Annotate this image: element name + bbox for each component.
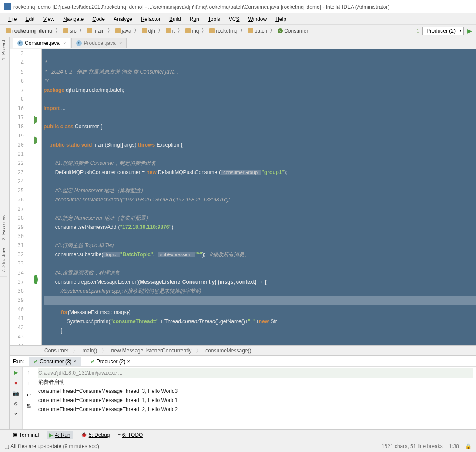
gutter-icons bbox=[34, 49, 41, 345]
crumb-root[interactable]: rocketmq_demo bbox=[4, 27, 54, 34]
run-toolbar-2: ↑ ↓ ↩ 🖶 bbox=[23, 367, 35, 440]
run-gutter-icon[interactable] bbox=[34, 115, 37, 124]
java-class-icon: C bbox=[17, 40, 23, 46]
crumb[interactable]: djh bbox=[140, 27, 157, 34]
folder-icon bbox=[6, 28, 11, 33]
menu-edit[interactable]: Edit bbox=[22, 15, 38, 23]
title-bar: rocketmq_demo [D:\java-test\idea2019\roc… bbox=[0, 0, 476, 13]
crumb[interactable]: main bbox=[85, 27, 107, 34]
status-ok-icon: ✔ bbox=[34, 358, 38, 365]
app-icon bbox=[4, 3, 11, 10]
run-gutter-icon[interactable] bbox=[34, 136, 37, 145]
menu-navigate[interactable]: Navigate bbox=[60, 15, 87, 23]
stop-button[interactable]: ■ bbox=[12, 379, 20, 387]
bc-item[interactable]: main() bbox=[82, 348, 97, 354]
status-lock-icon[interactable]: 🔒 bbox=[465, 443, 472, 449]
run-header: Run: ✔Consumer (3)× ✔Producer (2)× bbox=[10, 356, 476, 367]
tw-run[interactable]: ▶ 4: Run bbox=[47, 431, 73, 439]
run-panel: Run: ✔Consumer (3)× ✔Producer (2)× ▶ ■ 📷… bbox=[10, 356, 476, 440]
rerun-button[interactable]: ▶ bbox=[12, 368, 20, 376]
side-favorites[interactable]: 2: Favorites bbox=[0, 212, 7, 244]
class-icon: c bbox=[278, 28, 283, 33]
menu-run[interactable]: Run bbox=[186, 15, 203, 23]
gutter: 3456781617181920212223242526272829303132… bbox=[10, 49, 42, 345]
tool-window-bar: ▣ Terminal ▶ 4: Run 🐞 5: Debug ≡ 6: TODO bbox=[0, 429, 476, 440]
wrap-button[interactable]: ↩ bbox=[25, 391, 33, 399]
menu-code[interactable]: Code bbox=[89, 15, 108, 23]
breakpoint-icon[interactable] bbox=[34, 275, 38, 284]
window-title: rocketmq_demo [D:\java-test\idea2019\roc… bbox=[13, 4, 389, 10]
run-label: Run: bbox=[13, 358, 24, 365]
close-icon[interactable]: × bbox=[119, 40, 122, 46]
bc-item[interactable]: Consumer bbox=[44, 348, 68, 354]
menu-analyze[interactable]: Analyze bbox=[110, 15, 136, 23]
close-icon[interactable]: × bbox=[63, 40, 66, 46]
side-project[interactable]: 1: Project bbox=[0, 37, 7, 64]
editor-tabs: CConsumer.java× CProducer.java× bbox=[0, 37, 476, 48]
print-button[interactable]: 🖶 bbox=[25, 402, 33, 410]
crumb[interactable]: it bbox=[164, 27, 177, 34]
crumb[interactable]: mq bbox=[184, 27, 201, 34]
menu-build[interactable]: Build bbox=[166, 15, 184, 23]
menu-help[interactable]: Help bbox=[272, 15, 290, 23]
bc-item[interactable]: consumeMessage() bbox=[205, 348, 251, 354]
status-selection: 1621 chars, 51 line breaks bbox=[382, 443, 443, 449]
crumb[interactable]: src bbox=[61, 27, 78, 34]
dump-button[interactable]: 📷 bbox=[12, 389, 20, 397]
code-area[interactable]: * * 2024-6-2 创建 批量消息发送 消费 类 Consumer.jav… bbox=[42, 49, 476, 345]
exit-button[interactable]: ⎋ bbox=[12, 400, 20, 408]
crumb[interactable]: java bbox=[114, 27, 133, 34]
tw-terminal[interactable]: ▣ Terminal bbox=[13, 432, 39, 438]
run-tab-consumer[interactable]: ✔Consumer (3)× bbox=[29, 357, 80, 366]
bc-item[interactable]: new MessageListenerConcurrently bbox=[111, 348, 191, 354]
status-caret: 1:38 bbox=[449, 443, 459, 449]
menu-bar: File Edit View Navigate Code Analyze Ref… bbox=[0, 13, 476, 25]
menu-vcs[interactable]: VCS bbox=[225, 15, 243, 23]
menu-view[interactable]: View bbox=[40, 15, 58, 23]
console-output[interactable]: C:\Java\jdk1.8.0_131\bin\java.exe ... 消费… bbox=[35, 367, 476, 440]
build-icon[interactable]: ⤵ bbox=[416, 28, 419, 34]
left-tool-strip: 1: Project 2: Favorites 7: Structure bbox=[0, 37, 10, 440]
menu-window[interactable]: Window bbox=[245, 15, 270, 23]
menu-tools[interactable]: Tools bbox=[204, 15, 224, 23]
side-structure[interactable]: 7: Structure bbox=[0, 244, 7, 277]
status-bar: ▢ All files are up-to-date (9 minutes ag… bbox=[0, 440, 476, 452]
more-button[interactable]: » bbox=[12, 410, 20, 418]
editor[interactable]: 3456781617181920212223242526272829303132… bbox=[10, 49, 476, 345]
line-numbers: 3456781617181920212223242526272829303132… bbox=[10, 49, 34, 345]
java-class-icon: C bbox=[76, 40, 82, 46]
run-config-select[interactable]: Producer (2) bbox=[422, 27, 464, 35]
close-icon[interactable]: × bbox=[127, 358, 130, 365]
tw-todo[interactable]: ≡ 6: TODO bbox=[117, 432, 143, 438]
status-sync-icon[interactable]: ▢ bbox=[4, 443, 9, 449]
close-icon[interactable]: × bbox=[74, 358, 77, 365]
run-toolbar: ▶ ■ 📷 ⎋ » bbox=[10, 367, 23, 440]
tw-debug[interactable]: 🐞 5: Debug bbox=[81, 432, 110, 438]
menu-file[interactable]: File bbox=[5, 15, 20, 23]
up-button[interactable]: ↑ bbox=[25, 368, 33, 376]
crumb[interactable]: rocketmq bbox=[208, 27, 239, 34]
tab-consumer[interactable]: CConsumer.java× bbox=[13, 38, 70, 48]
crumb-class[interactable]: cConsumer bbox=[276, 27, 310, 34]
run-tab-producer[interactable]: ✔Producer (2)× bbox=[86, 357, 135, 366]
crumb[interactable]: batch bbox=[246, 27, 269, 34]
tab-producer[interactable]: CProducer.java× bbox=[71, 38, 127, 48]
nav-bar: rocketmq_demo 〉src 〉main 〉java 〉djh 〉it … bbox=[0, 25, 476, 37]
status-message: All files are up-to-date (9 minutes ago) bbox=[10, 443, 99, 449]
down-button[interactable]: ↓ bbox=[25, 380, 33, 388]
code-breadcrumb: Consumer〉 main()〉 new MessageListenerCon… bbox=[10, 345, 476, 356]
status-ok-icon: ✔ bbox=[91, 358, 95, 365]
menu-refactor[interactable]: Refactor bbox=[137, 15, 164, 23]
run-button[interactable]: ▶ bbox=[467, 27, 472, 34]
